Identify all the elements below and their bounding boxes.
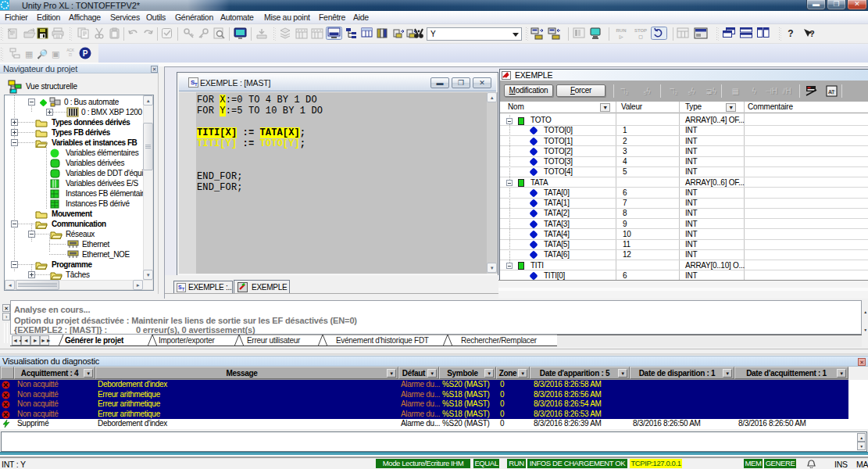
- svg-text:T: T: [182, 287, 184, 292]
- svg-text:P: P: [83, 49, 88, 58]
- svg-text:?: ?: [809, 29, 815, 38]
- svg-text:AT: AT: [828, 89, 835, 95]
- svg-text:T: T: [195, 82, 198, 87]
